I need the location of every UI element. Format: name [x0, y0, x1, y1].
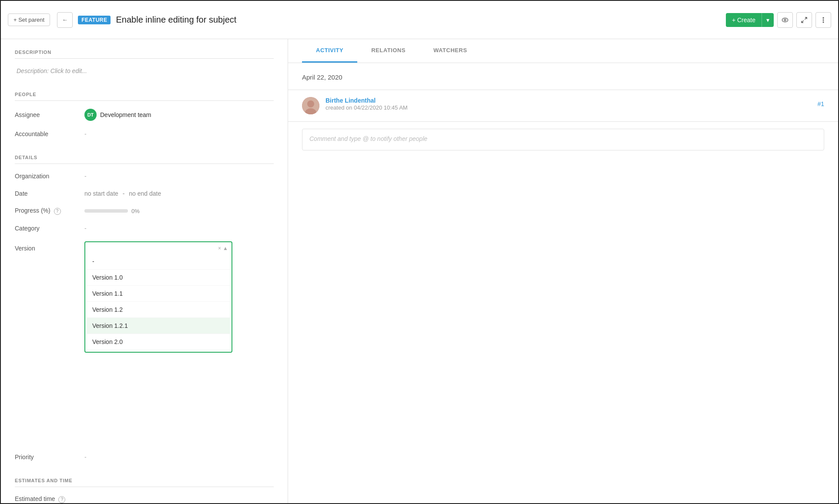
category-label: Category [15, 225, 84, 232]
version-option-3[interactable]: Version 1.2 [87, 302, 230, 318]
eye-icon [782, 17, 789, 23]
version-up-icon[interactable]: ▲ [223, 245, 228, 251]
user-avatar-image [302, 97, 319, 114]
organization-label: Organization [15, 173, 84, 180]
accountable-value[interactable]: - [84, 130, 274, 137]
version-clear-icon[interactable]: × [218, 245, 221, 251]
version-input-wrap: × ▲ - Version 1.0 Version 1.1 Version 1.… [84, 241, 232, 353]
activity-item: Birthe Lindenthal created on 04/22/2020 … [302, 90, 824, 121]
version-row: Version × ▲ - Version 1.0 Version [15, 237, 274, 357]
activity-meta: created on 04/22/2020 10:45 AM [326, 104, 408, 111]
back-arrow-icon: ← [62, 17, 68, 23]
svg-point-6 [822, 21, 824, 23]
create-button[interactable]: + Create ▾ [726, 13, 774, 27]
expand-button[interactable] [796, 12, 812, 28]
assignee-avatar: DT [84, 109, 97, 121]
top-bar: + Set parent ← FEATURE Enable inline edi… [1, 1, 838, 39]
svg-line-3 [802, 20, 804, 23]
issue-title[interactable]: Enable inline editing for subject [116, 15, 720, 25]
tab-activity[interactable]: ACTIVITY [302, 39, 357, 63]
tab-watchers[interactable]: WATCHERS [420, 39, 481, 63]
svg-point-8 [307, 100, 314, 107]
version-option-1[interactable]: Version 1.0 [87, 270, 230, 286]
back-button[interactable]: ← [57, 12, 73, 28]
version-search-input[interactable] [89, 245, 216, 252]
details-section: DETAILS Organization - Date no start dat… [15, 155, 274, 466]
estimated-label: Estimated time ? [15, 495, 84, 503]
organization-value[interactable]: - [84, 173, 274, 180]
version-dropdown: - Version 1.0 Version 1.1 Version 1.2 Ve… [87, 254, 230, 350]
version-field-container: × ▲ - Version 1.0 Version 1.1 Version 1.… [84, 241, 274, 353]
estimated-row: Estimated time ? [15, 491, 274, 503]
progress-value: 0% [84, 208, 274, 214]
assignee-name: Development team [100, 111, 151, 118]
progress-label: Progress (%) ? [15, 207, 84, 215]
estimated-help-icon[interactable]: ? [58, 496, 65, 503]
create-button-label: + Create [726, 13, 762, 27]
right-panel: ACTIVITY RELATIONS WATCHERS April 22, 20… [288, 39, 838, 503]
priority-label: Priority [15, 454, 84, 461]
expand-icon [801, 17, 808, 23]
set-parent-button[interactable]: + Set parent [8, 13, 50, 26]
people-section-label: PEOPLE [15, 92, 274, 101]
description-section: DESCRIPTION Description: Click to edit..… [15, 50, 274, 80]
activity-hash: #1 [817, 100, 824, 107]
activity-content: April 22, 2020 [288, 63, 838, 503]
date-separator: - [123, 190, 125, 197]
estimates-section-label: ESTIMATES AND TIME [15, 478, 274, 487]
version-option-2[interactable]: Version 1.1 [87, 286, 230, 302]
category-row: Category - [15, 220, 274, 237]
priority-value[interactable]: - [84, 454, 274, 461]
date-value[interactable]: no start date - no end date [84, 190, 274, 197]
app-window: + Set parent ← FEATURE Enable inline edi… [0, 0, 839, 504]
svg-point-4 [822, 17, 824, 18]
version-option-4[interactable]: Version 1.2.1 [87, 318, 230, 334]
progress-row: Progress (%) ? 0% [15, 202, 274, 220]
more-options-button[interactable] [816, 12, 831, 28]
more-icon [822, 17, 824, 23]
activity-details: Birthe Lindenthal created on 04/22/2020 … [326, 97, 824, 114]
avatar-svg [302, 97, 319, 114]
comment-divider [288, 121, 838, 122]
assignee-value[interactable]: DT Development team [84, 109, 274, 121]
activity-user-name: Birthe Lindenthal [326, 97, 376, 104]
svg-point-0 [782, 18, 788, 22]
svg-line-2 [805, 17, 807, 20]
comment-placeholder: Comment and type @ to notify other peopl… [309, 135, 427, 142]
eye-button[interactable] [777, 12, 793, 28]
version-option-dash[interactable]: - [87, 254, 230, 270]
date-label: Date [15, 190, 84, 197]
version-input-top: × ▲ [87, 244, 230, 253]
description-placeholder[interactable]: Description: Click to edit... [15, 62, 274, 80]
progress-bar-wrap: 0% [84, 208, 274, 214]
accountable-label: Accountable [15, 130, 84, 137]
version-label: Version [15, 241, 84, 252]
progress-help-icon[interactable]: ? [54, 208, 61, 215]
user-avatar [302, 97, 319, 114]
tab-bar: ACTIVITY RELATIONS WATCHERS [288, 39, 838, 63]
date-row: Date no start date - no end date [15, 185, 274, 202]
description-section-label: DESCRIPTION [15, 50, 274, 59]
accountable-row: Accountable - [15, 125, 274, 143]
organization-row: Organization - [15, 167, 274, 185]
category-value[interactable]: - [84, 225, 274, 232]
date-end: no end date [129, 190, 161, 197]
svg-point-5 [822, 19, 824, 20]
progress-percentage: 0% [131, 208, 140, 214]
progress-bar-bg [84, 209, 128, 213]
assignee-label: Assignee [15, 111, 84, 118]
people-section: PEOPLE Assignee DT Development team Acco… [15, 92, 274, 143]
top-bar-actions: + Create ▾ [726, 12, 831, 28]
svg-point-1 [784, 19, 786, 21]
priority-row: Priority - [15, 448, 274, 466]
set-parent-label: + Set parent [13, 17, 44, 23]
estimates-section: ESTIMATES AND TIME Estimated time ? Spen… [15, 478, 274, 503]
comment-input[interactable]: Comment and type @ to notify other peopl… [302, 129, 824, 150]
assignee-row: Assignee DT Development team [15, 104, 274, 125]
assignee-chip: DT Development team [84, 109, 274, 121]
date-start: no start date [84, 190, 118, 197]
create-dropdown-arrow[interactable]: ▾ [762, 13, 774, 27]
details-section-label: DETAILS [15, 155, 274, 164]
version-option-5[interactable]: Version 2.0 [87, 334, 230, 350]
tab-relations[interactable]: RELATIONS [357, 39, 420, 63]
